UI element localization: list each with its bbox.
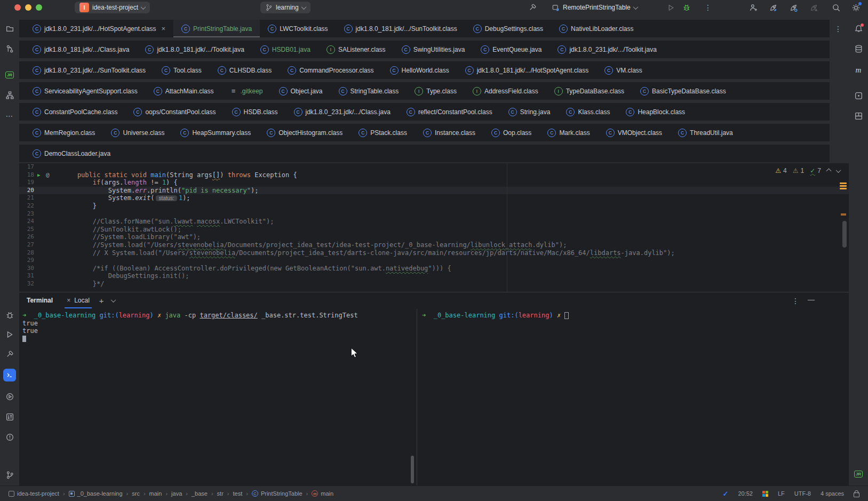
code-line[interactable]: 25 //SunToolkit.awtLock();	[19, 226, 849, 234]
line-ending-indicator[interactable]: LF	[778, 490, 785, 497]
code-line[interactable]: 21 System.exit(status:1);	[19, 194, 849, 202]
terminal-tab-local[interactable]: × Local	[65, 292, 92, 308]
maven-tool-button[interactable]: m	[849, 60, 868, 79]
problems-tool-button[interactable]	[0, 427, 19, 447]
editor-tab[interactable]: CInstance.class	[415, 124, 483, 141]
breadcrumb-item[interactable]: CPrintStringTable	[252, 490, 302, 497]
editor-tab[interactable]: Cjdk1.8.0_231.jdk/.../SunToolkit.class	[25, 61, 154, 79]
code-line[interactable]: 18▶@ public static void main(String args…	[19, 171, 849, 179]
line-number[interactable]: 25	[19, 226, 34, 234]
editor-tab[interactable]: CMark.class	[539, 124, 598, 141]
close-icon[interactable]: ×	[161, 25, 165, 33]
editor-tab[interactable]: Cjdk1.8.0_231.jdk/.../HotSpotAgent.class…	[25, 20, 173, 37]
services-tool-button[interactable]	[0, 387, 19, 406]
line-number[interactable]: 28	[19, 249, 34, 257]
code-line[interactable]: 20 System.err.println("pid is necessary"…	[19, 187, 849, 195]
next-problem-button[interactable]	[836, 168, 841, 173]
editor-tab[interactable]: Cjdk1.8.0_181.jdk/.../HotSpotAgent.class	[457, 61, 596, 79]
editor-tab[interactable]: IAddressField.class	[465, 82, 546, 100]
breadcrumb-item[interactable]: idea-test-project	[9, 490, 59, 497]
editor-tab[interactable]: CVMObject.class	[598, 124, 670, 141]
editor-tab[interactable]: CAttachMain.class	[146, 82, 222, 100]
editor-tab[interactable]: CVM.class	[596, 61, 650, 79]
tab-options-button[interactable]: ⋮	[834, 20, 842, 37]
code-line[interactable]: 22 }	[19, 202, 849, 210]
editor-tab[interactable]: CDemoClassLoader.java	[25, 145, 118, 162]
code-with-me-button[interactable]	[749, 0, 758, 15]
inspections-widget[interactable]: ⚠4 ⚠1 ✓7	[775, 167, 840, 174]
code-line[interactable]: 30 /*if ((Boolean) AccessController.doPr…	[19, 265, 849, 273]
editor-tab[interactable]: Cjdk1.8.0_181.jdk/.../Class.java	[25, 41, 137, 58]
breadcrumb-item[interactable]: src	[132, 490, 140, 497]
editor-tab[interactable]: CKlass.class	[558, 103, 618, 121]
line-number[interactable]: 32	[19, 280, 34, 288]
breadcrumb-item[interactable]: _0_base-learning	[69, 490, 123, 497]
line-number[interactable]: 26	[19, 233, 34, 241]
editor-tab[interactable]: CObject.java	[271, 82, 331, 100]
readonly-lock-icon[interactable]	[854, 492, 859, 497]
indent-indicator[interactable]: 4 spaces	[821, 490, 844, 497]
profiler-snapshot-button[interactable]	[789, 0, 798, 15]
editor-tab[interactable]: CObjectHistogram.class	[259, 124, 351, 141]
breadcrumb-item[interactable]: main	[149, 490, 162, 497]
editor-tab[interactable]: ISAListener.class	[318, 41, 394, 58]
window-zoom-button[interactable]	[36, 4, 42, 11]
line-number[interactable]: 27	[19, 241, 34, 249]
notifications-tool-button[interactable]	[849, 19, 868, 38]
code-line[interactable]: 28 // X System.load("/Users/stevenobelia…	[19, 249, 849, 257]
code-editor[interactable]: 1718▶@ public static void main(String ar…	[19, 163, 849, 292]
run-line-icon[interactable]: ▶	[37, 171, 40, 179]
line-number[interactable]: 18	[19, 171, 34, 179]
branch-widget[interactable]: learning	[260, 2, 310, 13]
editor-tab[interactable]: Cjdk1.8.0_231.jdk/.../Toolkit.java	[550, 41, 664, 58]
terminal-tool-button[interactable]	[0, 365, 19, 385]
line-number[interactable]: 22	[19, 202, 34, 210]
dependencies-tool-button[interactable]	[0, 407, 19, 426]
editor-tab[interactable]: Cjdk1.8.0_181.jdk/.../Toolkit.java	[137, 41, 252, 58]
editor-scrollbar-thumb[interactable]	[842, 221, 847, 248]
line-number[interactable]: 20	[19, 187, 34, 195]
editor-tab[interactable]: COop.class	[483, 124, 539, 141]
editor-tab[interactable]: Coops/ConstantPool.class	[125, 103, 224, 121]
run-button[interactable]	[667, 0, 675, 15]
editor-tab[interactable]: CString.java	[500, 103, 559, 121]
code-line[interactable]: 23	[19, 210, 849, 218]
editor-tab[interactable]: CLWCToolkit.class	[260, 20, 336, 37]
colored-grid-icon[interactable]	[762, 491, 768, 497]
terminal-scrollbar-thumb[interactable]	[411, 456, 414, 483]
editor-tab[interactable]: CTool.class	[154, 61, 210, 79]
new-terminal-button[interactable]: +	[99, 296, 104, 305]
search-everywhere-button[interactable]	[832, 0, 841, 15]
line-number[interactable]: 17	[19, 163, 34, 171]
editor-tab[interactable]: ≡.gitkeep	[221, 82, 270, 100]
editor-tab[interactable]: CNativeLibLoader.class	[551, 20, 641, 37]
database-tool-button[interactable]	[849, 39, 868, 58]
encoding-indicator[interactable]: UTF-8	[794, 490, 811, 497]
vcs-check-icon[interactable]: ✓	[723, 490, 729, 498]
code-line[interactable]: 31 DebugSettings.init();	[19, 272, 849, 280]
editor-tab[interactable]: CPrintStringTable.java	[173, 20, 260, 37]
build-tool-button[interactable]	[0, 345, 19, 364]
line-number[interactable]: 29	[19, 257, 34, 265]
version-control-tool-button[interactable]	[0, 465, 19, 484]
project-tool-button[interactable]	[0, 19, 19, 38]
window-minimize-button[interactable]	[25, 4, 31, 11]
code-line[interactable]: 26 //System.loadLibrary("awt");	[19, 233, 849, 241]
pull-requests-tool-button[interactable]	[0, 39, 19, 58]
editor-tab[interactable]: CThreadUtil.java	[670, 124, 741, 141]
gradle-tool-button[interactable]	[849, 86, 868, 105]
terminal-options-button[interactable]: ⋮	[792, 297, 800, 305]
window-close-button[interactable]	[14, 4, 21, 11]
editor-tab[interactable]: CServiceabilityAgentSupport.class	[25, 82, 146, 100]
editor-tab[interactable]: CStringTable.class	[331, 82, 407, 100]
editor-tab[interactable]: Cjdk1.8.0_181.jdk/.../SunToolkit.class	[336, 20, 465, 37]
build-button[interactable]	[528, 0, 537, 15]
editor-tab[interactable]: CHSDB01.java	[252, 41, 318, 58]
more-actions-button[interactable]: ⋮	[704, 0, 712, 15]
editor-tab[interactable]: CCLHSDB.class	[210, 61, 280, 79]
line-number[interactable]: 31	[19, 272, 34, 280]
code-line[interactable]: 32 }*/	[19, 280, 849, 288]
editor-tab[interactable]: IType.class	[407, 82, 465, 100]
plugins-tool-button[interactable]	[849, 106, 868, 125]
editor-tab[interactable]: CDebugSettings.class	[465, 20, 551, 37]
